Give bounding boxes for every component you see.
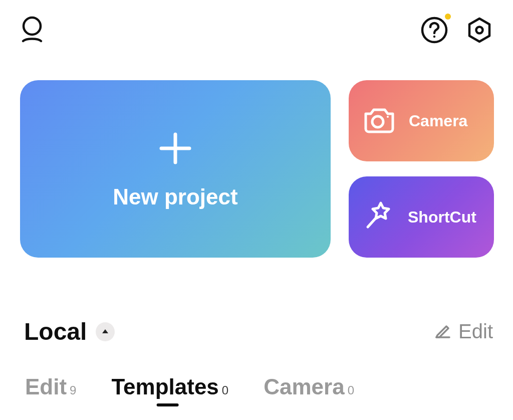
plus-icon <box>157 128 193 173</box>
notification-dot-icon <box>445 14 451 20</box>
collapse-button[interactable] <box>96 322 115 341</box>
camera-icon <box>363 106 396 136</box>
shortcut-label: ShortCut <box>408 208 476 227</box>
tab-count: 9 <box>70 383 76 397</box>
top-bar <box>0 0 513 50</box>
tab-count: 0 <box>222 383 228 397</box>
tab-edit[interactable]: Edit 9 <box>25 374 76 399</box>
shortcut-card[interactable]: ShortCut <box>349 176 494 258</box>
local-section: Local Edit Edit 9 Templates 0 <box>0 258 513 399</box>
profile-button[interactable] <box>20 16 44 46</box>
svg-marker-3 <box>469 19 489 42</box>
help-button[interactable] <box>421 17 448 46</box>
svg-point-4 <box>476 27 483 34</box>
chevron-up-icon <box>101 327 109 336</box>
side-cards: Camera ShortCut <box>349 80 494 258</box>
top-left <box>20 16 44 46</box>
pencil-icon <box>434 320 451 343</box>
section-title: Local <box>24 318 87 345</box>
tab-label: Edit <box>25 374 67 399</box>
svg-point-0 <box>24 18 41 35</box>
tab-label: Camera <box>264 374 344 399</box>
tab-label: Templates <box>111 374 218 399</box>
svg-line-9 <box>368 217 377 227</box>
svg-point-2 <box>433 36 435 38</box>
tab-camera[interactable]: Camera 0 <box>264 374 354 399</box>
settings-hex-icon <box>466 37 493 45</box>
cards-row: New project Camera ShortCut <box>0 50 513 258</box>
edit-button[interactable]: Edit <box>434 320 493 343</box>
tabs: Edit 9 Templates 0 Camera 0 <box>24 345 493 399</box>
magic-wand-icon <box>363 200 395 234</box>
edit-label: Edit <box>458 320 493 343</box>
camera-card[interactable]: Camera <box>349 80 494 161</box>
top-right <box>421 17 493 46</box>
tab-templates[interactable]: Templates 0 <box>111 374 228 399</box>
profile-icon <box>20 37 44 46</box>
settings-button[interactable] <box>466 17 493 46</box>
section-header: Local Edit <box>24 318 493 345</box>
new-project-label: New project <box>113 184 237 209</box>
new-project-card[interactable]: New project <box>20 80 331 258</box>
section-title-wrap: Local <box>24 318 115 345</box>
svg-point-7 <box>372 116 383 127</box>
svg-marker-10 <box>102 329 108 333</box>
help-icon <box>421 37 448 45</box>
camera-label: Camera <box>409 112 467 130</box>
svg-point-8 <box>387 116 389 118</box>
tab-count: 0 <box>348 383 354 397</box>
